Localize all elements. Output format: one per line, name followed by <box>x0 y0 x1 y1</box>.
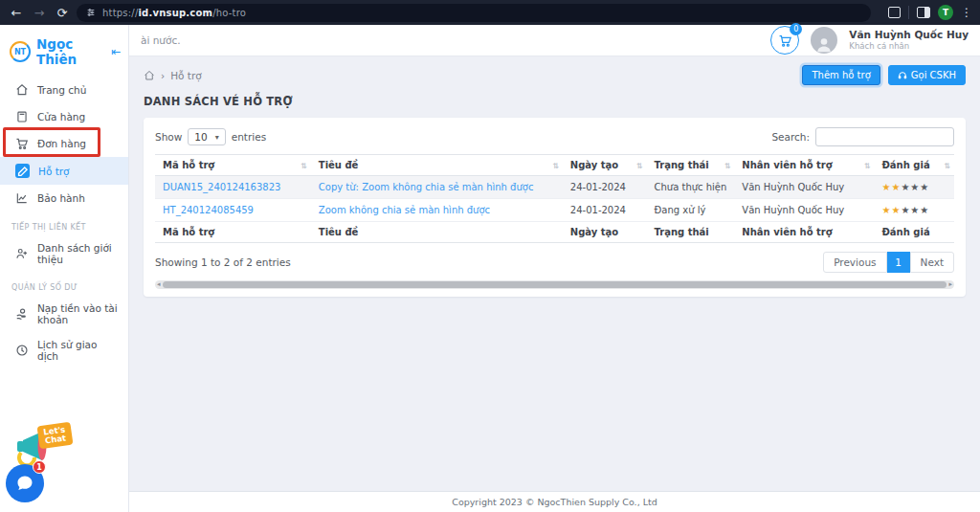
search-label: Search: <box>771 131 810 143</box>
sidebar-section-affiliate: TIẾP THỊ LIÊN KẾT <box>0 211 128 235</box>
pagination-next[interactable]: Next <box>910 252 954 273</box>
home-icon[interactable] <box>144 70 155 81</box>
content-area: › Hỗ trợ Thêm hỗ trợ Gọi CSKH DANH SÁCH … <box>129 56 980 491</box>
col-header-created[interactable]: Ngày tạo⇅ <box>563 155 647 176</box>
reload-icon[interactable]: ⟳ <box>54 4 71 21</box>
headset-icon <box>898 71 907 80</box>
capture-icon[interactable] <box>888 7 901 18</box>
col-header-staff[interactable]: Nhân viên hỗ trợ⇅ <box>734 155 874 176</box>
back-icon[interactable]: ← <box>8 4 25 21</box>
toolbar-divider <box>908 6 909 19</box>
sidebar-item-label: Trang chủ <box>37 84 86 96</box>
stars-active: ★★ <box>881 205 901 215</box>
ticket-status: Đang xử lý <box>647 199 735 222</box>
stars-inactive: ★★★ <box>901 182 929 192</box>
brand-name[interactable]: Ngọc Thiên <box>36 36 105 67</box>
ticket-status: Chưa thực hiện <box>647 176 735 199</box>
page-size-select[interactable]: 10 ▾ <box>188 128 225 145</box>
side-panel-icon[interactable] <box>917 7 930 18</box>
user-avatar[interactable] <box>811 27 837 54</box>
sidebar-item-store[interactable]: Cửa hàng <box>0 103 128 130</box>
entries-label: entries <box>232 131 266 143</box>
sort-icon[interactable]: ⇅ <box>944 161 950 169</box>
col-footer-status: Trạng thái <box>647 222 735 243</box>
store-icon <box>15 110 29 123</box>
breadcrumb: › Hỗ trợ <box>144 70 202 81</box>
horizontal-scrollbar[interactable]: ◂ ▸ <box>155 280 954 289</box>
col-footer-code: Mã hỗ trợ <box>155 222 311 243</box>
col-header-code[interactable]: Mã hỗ trợ⇅ <box>155 155 311 176</box>
user-name: Văn Huỳnh Quốc Huy <box>849 29 969 41</box>
ticket-code-link[interactable]: HT_240124085459 <box>163 205 254 215</box>
url-text[interactable]: https://id.vnsup.com/ho-tro <box>102 8 246 18</box>
cart-icon <box>778 33 792 48</box>
forward-icon[interactable]: → <box>31 4 48 21</box>
sidebar-item-referrals[interactable]: Danh sách giới thiệu <box>0 235 128 272</box>
stars-active: ★★ <box>881 182 901 192</box>
ticket-rating: ★★★★★ <box>874 176 954 199</box>
ticket-title-link[interactable]: Zoom không chia sẻ màn hình được <box>319 205 490 215</box>
sidebar-item-warranty[interactable]: Bảo hành <box>0 185 128 211</box>
person-icon <box>814 34 834 54</box>
search-input[interactable] <box>815 127 954 146</box>
user-meta[interactable]: Văn Huỳnh Quốc Huy Khách cá nhân <box>849 29 969 52</box>
brand-logo: NT <box>10 41 31 62</box>
browser-menu-icon[interactable]: ⋮ <box>961 6 972 19</box>
table-row: DUAN15_240124163823 Copy từ: Zoom không … <box>155 176 954 199</box>
table-header-row: Mã hỗ trợ⇅ Tiêu đề⇅ Ngày tạo⇅ Trạng thái… <box>155 155 954 176</box>
announcement-text: ài nước. <box>141 34 181 46</box>
breadcrumb-separator: › <box>161 70 165 81</box>
person-plus-icon <box>15 247 29 260</box>
sidebar-collapse-icon[interactable]: ⇤ <box>111 45 121 58</box>
clock-icon <box>15 344 29 357</box>
ticket-rating: ★★★★★ <box>874 199 954 222</box>
edit-icon <box>15 164 30 178</box>
col-footer-created: Ngày tạo <box>563 222 647 243</box>
address-bar[interactable]: https://id.vnsup.com/ho-tro <box>77 4 871 22</box>
cart-button[interactable]: 0 <box>770 26 799 55</box>
ticket-title-link[interactable]: Copy từ: Zoom không chia sẻ màn hình đượ… <box>319 182 534 192</box>
scrollbar-thumb[interactable] <box>163 281 947 288</box>
col-header-title[interactable]: Tiêu đề⇅ <box>311 155 563 176</box>
page-title: DANH SÁCH VÉ HỖ TRỢ <box>144 95 966 108</box>
sidebar-item-support[interactable]: Hỗ trợ <box>0 157 128 185</box>
sort-icon[interactable]: ⇅ <box>301 161 307 169</box>
sort-icon[interactable]: ⇅ <box>724 161 731 169</box>
ticket-created: 24-01-2024 <box>563 199 647 222</box>
sidebar-item-label: Lịch sử giao dịch <box>37 339 119 362</box>
support-table: Mã hỗ trợ⇅ Tiêu đề⇅ Ngày tạo⇅ Trạng thái… <box>155 154 954 243</box>
col-header-status[interactable]: Trạng thái⇅ <box>647 155 735 176</box>
col-header-rating[interactable]: Đánh giá⇅ <box>874 155 954 176</box>
ticket-staff: Văn Huỳnh Quốc Huy <box>734 176 874 199</box>
user-role: Khách cá nhân <box>849 41 969 52</box>
chevron-down-icon: ▾ <box>215 133 219 142</box>
pagination-page-1[interactable]: 1 <box>887 252 910 273</box>
sort-icon[interactable]: ⇅ <box>552 161 559 169</box>
sort-icon[interactable]: ⇅ <box>864 161 871 169</box>
copyright-text: Copyright 2023 © NgocThien Supply Co., L… <box>452 497 657 507</box>
call-cskh-button[interactable]: Gọi CSKH <box>888 65 966 85</box>
sidebar-item-topup[interactable]: Nạp tiền vào tài khoản <box>0 296 128 332</box>
breadcrumb-current[interactable]: Hỗ trợ <box>170 70 202 81</box>
support-table-card: Show 10 ▾ entries Search: <box>144 118 966 297</box>
sidebar-item-label: Cửa hàng <box>37 111 85 122</box>
sidebar-item-history[interactable]: Lịch sử giao dịch <box>0 332 128 368</box>
site-settings-icon[interactable] <box>86 8 96 17</box>
pagination-previous[interactable]: Previous <box>823 252 886 273</box>
sidebar-item-orders[interactable]: Đơn hàng <box>0 130 128 157</box>
add-support-button[interactable]: Thêm hỗ trợ <box>802 65 880 85</box>
chat-bubble-icon <box>15 474 34 493</box>
sidebar-item-label: Hỗ trợ <box>38 166 70 177</box>
scroll-right-icon[interactable]: ▸ <box>948 281 952 288</box>
sidebar-section-balance: QUẢN LÝ SỐ DƯ <box>0 272 128 296</box>
browser-profile-avatar[interactable]: T <box>938 5 953 20</box>
deposit-icon <box>15 307 29 321</box>
sort-icon[interactable]: ⇅ <box>636 161 643 169</box>
scroll-left-icon[interactable]: ◂ <box>157 281 161 288</box>
sidebar: NT Ngọc Thiên ⇤ Trang chủ Cửa hàng Đơn h… <box>0 25 129 512</box>
cart-count-badge: 0 <box>790 23 802 35</box>
ticket-code-link[interactable]: DUAN15_240124163823 <box>163 182 280 192</box>
lets-chat-tag[interactable]: Let'sChat <box>37 422 74 449</box>
sidebar-item-home[interactable]: Trang chủ <box>0 77 128 103</box>
show-label: Show <box>155 131 182 143</box>
